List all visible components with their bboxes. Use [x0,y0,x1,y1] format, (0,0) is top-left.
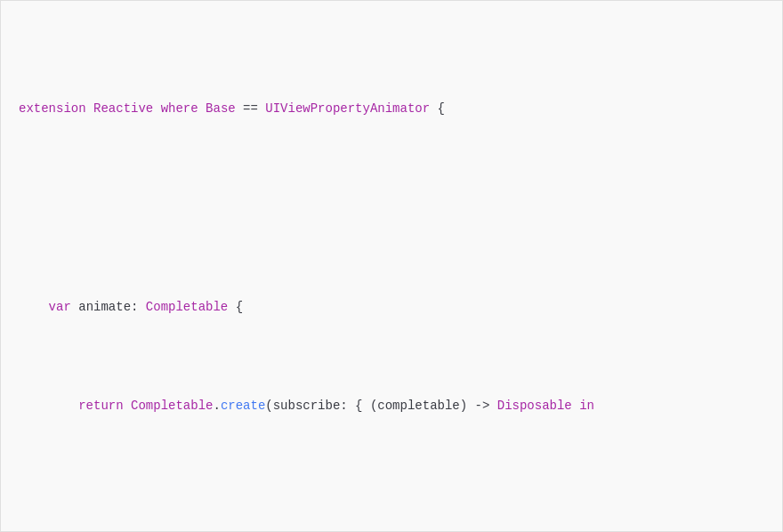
code-editor: extension Reactive where Base == UIViewP… [0,0,783,532]
code-line-3: var animate: Completable { [19,297,764,317]
code-line-5 [19,496,764,515]
code-line-4: return Completable.create(subscribe: { (… [19,396,764,415]
code-line-2 [19,197,764,217]
code-content: extension Reactive where Base == UIViewP… [19,19,764,532]
code-line-1: extension Reactive where Base == UIViewP… [19,99,764,118]
